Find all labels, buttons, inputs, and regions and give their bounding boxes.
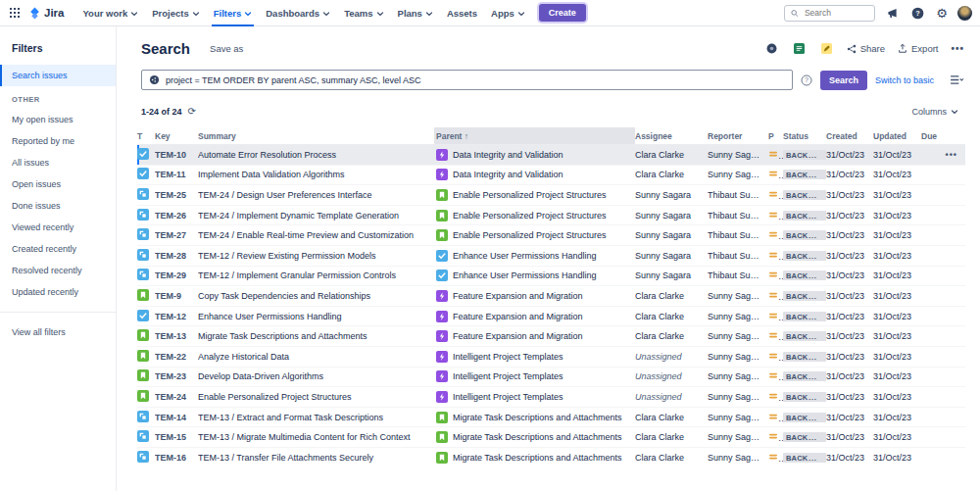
sidebar-item-all-issues[interactable]: All issues xyxy=(0,152,116,173)
issue-summary[interactable]: Implement Data Validation Algorithms xyxy=(198,170,436,179)
issue-summary[interactable]: Automate Error Resolution Process xyxy=(198,150,436,160)
issue-key[interactable]: TEM-26 xyxy=(155,211,198,221)
issue-parent[interactable]: Enable Personalized Project Structures xyxy=(436,210,635,221)
issue-key[interactable]: TEM-24 xyxy=(155,392,198,402)
sidebar-item-my-open-issues[interactable]: My open issues xyxy=(0,109,116,130)
issue-key[interactable]: TEM-29 xyxy=(155,270,198,280)
app-icon-green-doc[interactable] xyxy=(792,41,807,56)
issue-key[interactable]: TEM-9 xyxy=(155,291,198,301)
issue-summary[interactable]: Enable Personalized Project Structures xyxy=(198,392,436,402)
table-row[interactable]: TEM-28TEM-12 / Review Existing Permissio… xyxy=(137,246,965,267)
issue-parent[interactable]: Migrate Task Descriptions and Attachment… xyxy=(436,412,635,423)
issue-summary[interactable]: Enhance User Permissions Handling xyxy=(198,312,436,321)
issue-parent[interactable]: Feature Expansion and Migration xyxy=(436,330,635,342)
issue-summary[interactable]: Develop Data-Driven Algorithms xyxy=(198,371,436,381)
issue-key[interactable]: TEM-13 xyxy=(155,331,198,341)
nav-item-dashboards[interactable]: Dashboards xyxy=(259,0,337,26)
column-header-summary[interactable]: Summary xyxy=(198,127,436,144)
refresh-icon[interactable]: ⟳ xyxy=(188,107,196,117)
sidebar-item-updated-recently[interactable]: Updated recently xyxy=(0,281,116,303)
create-button[interactable]: Create xyxy=(539,4,586,22)
table-row[interactable]: TEM-9Copy Task Dependencies and Relation… xyxy=(137,286,965,307)
row-actions-button[interactable]: ••• xyxy=(943,150,965,160)
view-options-button[interactable] xyxy=(942,74,964,85)
more-actions-button[interactable]: ••• xyxy=(951,43,964,54)
app-switcher-icon[interactable] xyxy=(8,6,22,20)
table-row[interactable]: TEM-13Migrate Task Descriptions and Atta… xyxy=(137,326,965,347)
sidebar-item-viewed-recently[interactable]: Viewed recently xyxy=(0,217,116,238)
nav-item-projects[interactable]: Projects xyxy=(145,0,207,26)
table-row[interactable]: TEM-22Analyze Historical DataIntelligent… xyxy=(137,347,965,368)
issue-key[interactable]: TEM-16 xyxy=(155,453,198,463)
nav-item-teams[interactable]: Teams xyxy=(337,0,390,26)
column-header-updated[interactable]: Updated xyxy=(873,127,921,144)
table-row[interactable]: TEM-27TEM-24 / Enable Real-time Preview … xyxy=(137,225,965,246)
sidebar-item-view-all-filters[interactable]: View all filters xyxy=(0,321,116,343)
column-header-t[interactable]: T xyxy=(137,127,155,144)
issue-key[interactable]: TEM-14 xyxy=(155,413,198,422)
issue-summary[interactable]: TEM-13 / Extract and Format Task Descrip… xyxy=(198,413,436,422)
column-header-p[interactable]: P xyxy=(768,127,783,144)
issue-key[interactable]: TEM-27 xyxy=(155,230,198,240)
issue-parent[interactable]: Data Integrity and Validation xyxy=(436,169,635,180)
issue-parent[interactable]: Intelligent Project Templates xyxy=(436,370,635,382)
issue-parent[interactable]: Enable Personalized Project Structures xyxy=(436,189,635,201)
issue-summary[interactable]: Analyze Historical Data xyxy=(198,352,436,362)
issue-summary[interactable]: TEM-24 / Implement Dynamic Template Gene… xyxy=(198,211,436,221)
issue-summary[interactable]: TEM-13 / Migrate Multimedia Content for … xyxy=(198,432,436,442)
jql-help-icon[interactable]: ? xyxy=(801,74,812,86)
issue-summary[interactable]: TEM-13 / Transfer File Attachments Secur… xyxy=(198,453,436,463)
issue-key[interactable]: TEM-22 xyxy=(155,352,198,362)
table-row[interactable]: TEM-26TEM-24 / Implement Dynamic Templat… xyxy=(137,206,965,226)
nav-item-your-work[interactable]: Your work xyxy=(75,0,145,26)
issue-parent[interactable]: Feature Expansion and Migration xyxy=(436,311,635,322)
sidebar-item-open-issues[interactable]: Open issues xyxy=(0,173,116,195)
issue-summary[interactable]: TEM-12 / Review Existing Permission Mode… xyxy=(198,251,436,261)
issue-key[interactable]: TEM-12 xyxy=(155,312,198,321)
issue-summary[interactable]: TEM-12 / Implement Granular Permission C… xyxy=(198,270,436,280)
table-row[interactable]: TEM-25TEM-24 / Design User Preferences I… xyxy=(137,185,965,206)
global-search-input[interactable] xyxy=(803,7,868,19)
column-header-parent[interactable]: Parent ↑ xyxy=(434,127,635,144)
help-icon[interactable]: ? xyxy=(909,5,926,22)
issue-summary[interactable]: Copy Task Dependencies and Relationships xyxy=(198,291,436,301)
table-row[interactable]: TEM-11Implement Data Validation Algorith… xyxy=(137,166,965,186)
columns-button[interactable]: Columns xyxy=(906,104,964,120)
table-row[interactable]: TEM-10Automate Error Resolution ProcessD… xyxy=(137,145,965,166)
search-button[interactable]: Search xyxy=(820,71,867,90)
issue-summary[interactable]: TEM-24 / Enable Real-time Preview and Cu… xyxy=(198,230,436,240)
global-search[interactable] xyxy=(784,5,875,22)
issue-parent[interactable]: Migrate Task Descriptions and Attachment… xyxy=(436,431,635,443)
issue-parent[interactable]: Intelligent Project Templates xyxy=(436,391,635,403)
app-icon-dark[interactable] xyxy=(764,41,779,56)
switch-to-basic-link[interactable]: Switch to basic xyxy=(875,75,934,85)
issue-parent[interactable]: Intelligent Project Templates xyxy=(436,351,635,363)
issue-key[interactable]: TEM-25 xyxy=(155,190,198,200)
issue-parent[interactable]: Feature Expansion and Migration xyxy=(436,290,635,302)
jql-input[interactable]: project = TEM ORDER BY parent ASC, summa… xyxy=(141,70,793,90)
sidebar-item-reported-by-me[interactable]: Reported by me xyxy=(0,130,116,152)
export-button[interactable]: Export xyxy=(898,43,938,54)
avatar[interactable] xyxy=(957,6,972,21)
column-header-reporter[interactable]: Reporter xyxy=(708,127,768,144)
issue-parent[interactable]: Enhance User Permissions Handling xyxy=(436,250,635,262)
nav-item-assets[interactable]: Assets xyxy=(440,0,484,26)
issue-parent[interactable]: Migrate Task Descriptions and Attachment… xyxy=(436,452,635,464)
table-row[interactable]: TEM-29TEM-12 / Implement Granular Permis… xyxy=(137,267,965,287)
column-header-due[interactable]: Due xyxy=(921,127,943,144)
issue-summary[interactable]: TEM-24 / Design User Preferences Interfa… xyxy=(198,190,436,200)
issue-summary[interactable]: Migrate Task Descriptions and Attachment… xyxy=(198,331,436,341)
sidebar-item-done-issues[interactable]: Done issues xyxy=(0,195,116,217)
issue-key[interactable]: TEM-23 xyxy=(155,371,198,381)
app-icon-yellow-pencil[interactable] xyxy=(819,41,834,56)
issue-key[interactable]: TEM-15 xyxy=(155,432,198,442)
issue-key[interactable]: TEM-11 xyxy=(155,170,198,179)
issue-parent[interactable]: Enable Personalized Project Structures xyxy=(436,229,635,241)
table-row[interactable]: TEM-15TEM-13 / Migrate Multimedia Conten… xyxy=(137,427,965,448)
nav-item-apps[interactable]: Apps xyxy=(484,0,532,26)
settings-icon[interactable]: ⚙ xyxy=(936,7,948,20)
table-row[interactable]: TEM-14TEM-13 / Extract and Format Task D… xyxy=(137,408,965,428)
issue-parent[interactable]: Data Integrity and Validation xyxy=(436,149,635,161)
column-header-assignee[interactable]: Assignee xyxy=(635,127,708,144)
issue-key[interactable]: TEM-28 xyxy=(155,251,198,261)
